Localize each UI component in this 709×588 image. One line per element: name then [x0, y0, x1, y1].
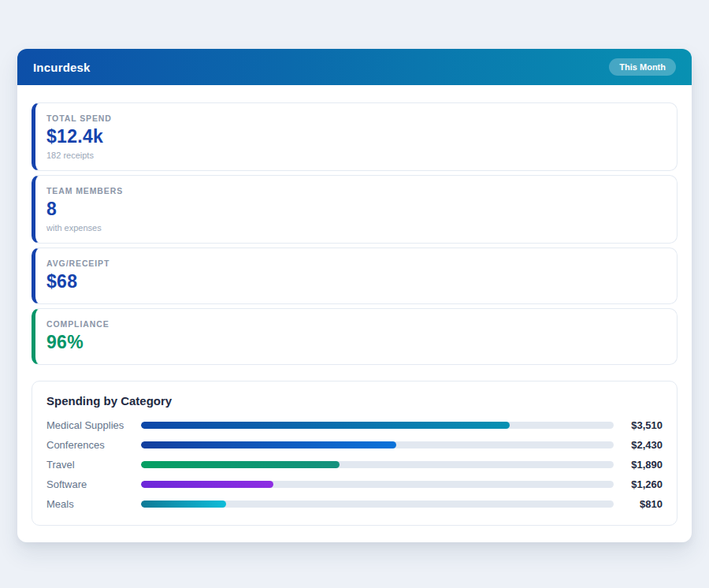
app-title: Incurdesk [33, 61, 91, 74]
stat-label: COMPLIANCE [46, 319, 664, 329]
stat-value: 8 [46, 197, 664, 221]
stat-label: TOTAL SPEND [46, 114, 664, 123]
stat-card: TOTAL SPEND $12.4k 182 receipts [32, 102, 677, 171]
stat-value: 96% [46, 330, 664, 355]
stat-sublabel: 182 receipts [46, 150, 664, 161]
chart-row: Travel $1,890 [46, 455, 663, 474]
category-value: $1,260 [614, 478, 663, 490]
stats-list: TOTAL SPEND $12.4k 182 receipts TEAM MEM… [17, 85, 692, 365]
stat-card: TEAM MEMBERS 8 with expenses [32, 175, 677, 244]
chart-row: Meals $810 [46, 494, 663, 514]
stat-value: $12.4k [46, 125, 664, 149]
bar-fill [141, 481, 273, 488]
bar-fill [141, 461, 340, 468]
bar-track [141, 441, 614, 448]
category-label: Conferences [46, 439, 141, 451]
bar-track [141, 481, 614, 488]
bar-track [141, 501, 614, 508]
chart-row: Conferences $2,430 [46, 435, 663, 455]
category-label: Software [46, 478, 141, 490]
stat-sublabel: with expenses [46, 222, 664, 233]
category-value: $1,890 [614, 459, 663, 471]
category-label: Meals [46, 498, 141, 510]
chart-row: Medical Supplies $3,510 [46, 415, 663, 435]
bar-fill [141, 501, 226, 508]
stat-card: AVG/RECEIPT $68 [32, 247, 677, 304]
stat-label: AVG/RECEIPT [46, 259, 664, 268]
chart-rows: Medical Supplies $3,510 Conferences $2,4… [46, 415, 663, 514]
dashboard-panel: Incurdesk This Month TOTAL SPEND $12.4k … [17, 49, 692, 542]
category-label: Travel [46, 459, 141, 471]
bar-fill [141, 422, 510, 429]
category-value: $2,430 [614, 439, 663, 451]
app-header: Incurdesk This Month [17, 49, 692, 85]
bar-track [141, 461, 614, 468]
spending-chart-card: Spending by Category Medical Supplies $3… [32, 381, 677, 526]
stat-label: TEAM MEMBERS [46, 186, 664, 195]
bar-track [141, 422, 614, 429]
period-badge[interactable]: This Month [609, 58, 676, 76]
stat-value: $68 [46, 270, 664, 294]
chart-row: Software $1,260 [46, 474, 663, 494]
category-label: Medical Supplies [46, 419, 141, 431]
category-value: $3,510 [614, 419, 663, 431]
chart-title: Spending by Category [46, 394, 663, 408]
stat-card: COMPLIANCE 96% [32, 308, 677, 365]
bar-fill [141, 441, 396, 448]
category-value: $810 [614, 498, 663, 510]
